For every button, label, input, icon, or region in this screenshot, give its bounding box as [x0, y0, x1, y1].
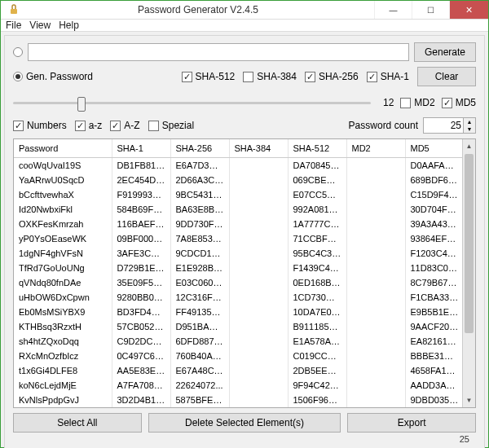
- delete-selected-button[interactable]: Delete Selected Element(s): [148, 413, 341, 433]
- table-row[interactable]: 1dgNF4ghVFsN3AFE3CFB...9CDCD184...95BC4C…: [14, 246, 462, 261]
- count-spinner[interactable]: ▲▼: [464, 117, 476, 134]
- clear-button[interactable]: Clear: [417, 67, 476, 86]
- window-title: Password Generator V2.4.5: [22, 4, 374, 15]
- select-all-button[interactable]: Select All: [13, 413, 142, 433]
- col-sha512[interactable]: SHA-512: [288, 139, 346, 157]
- radio-custom-text[interactable]: [13, 47, 23, 57]
- check-sha256[interactable]: [305, 72, 315, 82]
- check-AZ[interactable]: [110, 121, 121, 131]
- check-md5[interactable]: [442, 98, 452, 108]
- col-md2[interactable]: MD2: [346, 139, 405, 157]
- menu-view[interactable]: View: [29, 20, 51, 31]
- svg-rect-1: [11, 9, 17, 14]
- scroll-thumb[interactable]: [465, 154, 474, 333]
- minimize-button[interactable]: —: [374, 1, 412, 19]
- table-row[interactable]: sh4htZQxoDqqC9D2DC66...6DFD8877...E1A578…: [14, 334, 462, 349]
- table-row[interactable]: cooWqUvaI19SDB1FB814...E6A7D3A5...DA7084…: [14, 157, 462, 173]
- table-row[interactable]: TfRd7GoUoUNgD729B1EC...E1E928B5...F1439C…: [14, 261, 462, 275]
- check-az[interactable]: [75, 121, 86, 131]
- col-sha256[interactable]: SHA-256: [170, 139, 229, 157]
- col-md5[interactable]: MD5: [405, 139, 462, 157]
- table-row[interactable]: Id20NwbxiFkl584B69FF...BA63E8B5...992A08…: [14, 202, 462, 217]
- menubar: File View Help: [1, 20, 488, 32]
- table-row[interactable]: yP0YsOEaseWK09BF000D...7A8E8532...71CCBF…: [14, 231, 462, 246]
- col-sha1[interactable]: SHA-1: [112, 139, 170, 157]
- table-row[interactable]: t1x6Gi4DLFE8AA5E83EB...E67A48C6...2DB5EE…: [14, 363, 462, 378]
- table-row[interactable]: koN6cLejdMjEA7FA7087...22624072...9F94C4…: [14, 378, 462, 393]
- password-count-input[interactable]: [423, 117, 464, 134]
- table-row[interactable]: bCcfttvewhaXF919993B...9BC5431F...E07CC5…: [14, 187, 462, 202]
- radio-gen-password[interactable]: [13, 72, 23, 81]
- scroll-up-icon[interactable]: ▲: [463, 139, 475, 152]
- check-sha384[interactable]: [243, 72, 253, 82]
- table-row[interactable]: YaARrwU0SqcD2EC454D2...2D66A3C7...069CBE…: [14, 173, 462, 187]
- col-sha384[interactable]: SHA-384: [229, 139, 288, 157]
- table-row[interactable]: uHbOW6DxCpwn9280BB03...12C316FB...1CD730…: [14, 290, 462, 305]
- check-spezial[interactable]: [148, 121, 159, 131]
- slider-thumb[interactable]: [77, 97, 86, 112]
- menu-help[interactable]: Help: [59, 20, 79, 31]
- check-numbers[interactable]: [13, 121, 24, 131]
- scroll-down-icon[interactable]: ▼: [463, 394, 475, 407]
- generate-button[interactable]: Generate: [414, 42, 476, 62]
- close-button[interactable]: ×: [449, 1, 488, 19]
- slider-value: 12: [377, 97, 394, 108]
- table-header-row: Password SHA-1 SHA-256 SHA-384 SHA-512 M…: [14, 139, 462, 157]
- table-row[interactable]: OXKFesKmrzah116BAEFD...9DD730F9...1A7777…: [14, 217, 462, 231]
- check-md2[interactable]: [400, 98, 411, 108]
- custom-text-input[interactable]: [28, 43, 409, 61]
- table-row[interactable]: Eb0MsMSiYBX9BD3FD44B...FF491355...10DA7E…: [14, 305, 462, 319]
- maximize-button[interactable]: ☐: [412, 1, 449, 19]
- gen-password-label: Gen. Password: [26, 71, 93, 82]
- app-window: Password Generator V2.4.5 — ☐ × File Vie…: [0, 0, 489, 448]
- results-table-wrap: Password SHA-1 SHA-256 SHA-384 SHA-512 M…: [13, 138, 476, 408]
- results-table[interactable]: Password SHA-1 SHA-256 SHA-384 SHA-512 M…: [14, 139, 462, 407]
- menu-file[interactable]: File: [6, 20, 21, 31]
- titlebar: Password Generator V2.4.5 — ☐ ×: [1, 1, 488, 20]
- status-count: 25: [13, 433, 476, 444]
- password-count-label: Password count: [349, 120, 418, 131]
- length-slider[interactable]: [13, 94, 371, 111]
- app-icon: [6, 2, 22, 18]
- table-scrollbar[interactable]: ▲ ▼: [462, 139, 475, 407]
- col-password[interactable]: Password: [14, 139, 112, 157]
- check-sha512[interactable]: [182, 72, 192, 82]
- table-row[interactable]: KvNlsPpdpGvJ3D2D4B1C...5875BFE5...1506F9…: [14, 393, 462, 407]
- table-row[interactable]: qVNdq80fnDAe35E09F57...E03C0600...0ED168…: [14, 275, 462, 290]
- check-sha1[interactable]: [367, 72, 377, 82]
- content-panel: Generate Gen. Password SHA-512 SHA-384 S…: [4, 35, 485, 448]
- table-row[interactable]: KTHBsq3RzxtH57CB052A...D951BAEE...B91118…: [14, 319, 462, 334]
- export-button[interactable]: Export: [347, 413, 476, 433]
- table-row[interactable]: RXcMnOzfbIcz0C497C63...760B40AC...C019CC…: [14, 349, 462, 363]
